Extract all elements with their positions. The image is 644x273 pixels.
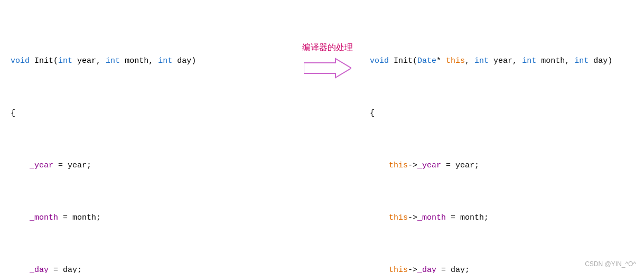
left-line-4: _month = month; (11, 212, 285, 225)
main-container: void Init(int year, int month, int day) … (0, 0, 644, 273)
left-line-1: void Init(int year, int month, int day) (11, 55, 285, 68)
left-line-2: { (11, 107, 285, 120)
right-line-3: this->_year = year; (370, 159, 633, 173)
left-panel: void Init(int year, int month, int day) … (0, 11, 296, 262)
right-line-1: void Init(Date* this, int year, int mont… (370, 55, 633, 68)
right-line-2: { (370, 107, 633, 120)
left-line-5: _day = day; (11, 264, 285, 273)
svg-marker-0 (304, 59, 351, 78)
right-panel: void Init(Date* this, int year, int mont… (359, 11, 644, 262)
right-code: void Init(Date* this, int year, int mont… (370, 16, 633, 273)
left-code: void Init(int year, int month, int day) … (11, 16, 285, 273)
arrow-icon (304, 58, 351, 79)
middle-panel: 编译器的处理 (296, 11, 359, 262)
compiler-label: 编译器的处理 (302, 42, 353, 53)
left-line-3: _year = year; (11, 159, 285, 173)
right-line-4: this->_month = month; (370, 212, 633, 225)
watermark: CSDN @YIN_^O^ (585, 260, 636, 268)
